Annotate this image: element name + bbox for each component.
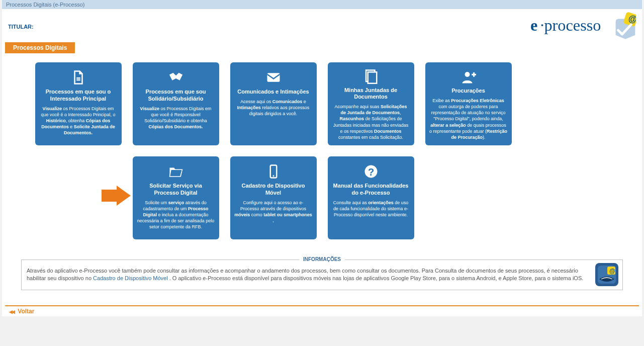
card-title: Cadastro de Dispositivo Móvel xyxy=(234,183,313,197)
svg-marker-12 xyxy=(102,186,131,206)
envelope-icon xyxy=(266,68,281,86)
card-title: Processos em que sou Solidário/Subsidiár… xyxy=(137,89,215,103)
card-title: Minhas Juntadas de Documentos xyxy=(332,87,410,101)
phone-icon xyxy=(266,162,281,181)
svg-rect-11 xyxy=(473,72,475,77)
highlight-arrow-icon xyxy=(102,186,131,206)
folder-open-icon xyxy=(168,162,183,181)
svg-rect-8 xyxy=(367,72,377,84)
app-badge-icon: @ xyxy=(595,263,618,286)
card-interessado-principal[interactable]: Processos em que sou o Interessado Princ… xyxy=(35,62,122,145)
svg-rect-4 xyxy=(76,77,80,79)
user-plus-icon xyxy=(461,68,476,85)
eprocesso-logo: e ·processo @ xyxy=(530,11,636,42)
svg-point-14 xyxy=(272,175,274,177)
handshake-icon xyxy=(168,68,183,86)
card-desc: Consulte aqui as orientações de uso de c… xyxy=(332,200,410,218)
card-cadastro-dispositivo-movel[interactable]: Cadastro de Dispositivo Móvel Configure … xyxy=(230,156,317,239)
document-icon xyxy=(71,68,86,86)
section-tab-processos-digitais: Processos Digitais xyxy=(5,42,75,53)
card-minhas-juntadas[interactable]: Minhas Juntadas de Documentos Acompanhe … xyxy=(328,62,414,145)
card-desc: Visualize os Processos Digitais em que v… xyxy=(39,106,118,136)
card-desc: Acompanhe aqui suas Solicitações de Junt… xyxy=(332,104,410,140)
titular-label: TITULAR: xyxy=(8,24,34,30)
card-title: Comunicados e Intimações xyxy=(237,89,309,96)
svg-text:?: ? xyxy=(367,166,374,178)
documents-stack-icon xyxy=(363,68,379,85)
card-procuracoes[interactable]: Procurações Exibe as Procurações Eletrôn… xyxy=(425,62,512,145)
svg-point-9 xyxy=(465,72,470,77)
svg-text:·processo: ·processo xyxy=(540,16,601,34)
svg-rect-5 xyxy=(76,79,80,81)
card-desc: Solicite um serviço através do cadastram… xyxy=(137,200,215,230)
back-label: Voltar xyxy=(18,308,34,315)
info-text-after: . O aplicativo e-Processo está disponíve… xyxy=(169,275,584,281)
info-box: INFORMAÇÕES Através do aplicativo e-Proc… xyxy=(21,260,623,290)
card-desc: Exibe as Procurações Eletrônicas com out… xyxy=(429,98,508,140)
card-title: Manual das Funcionalidades do e-Processo xyxy=(332,183,410,197)
back-arrow-icon: ◀◀ xyxy=(9,309,14,314)
breadcrumb: Processos Digitais (e-Processo) xyxy=(2,0,642,9)
svg-text:@: @ xyxy=(609,268,615,275)
card-comunicados-intimacoes[interactable]: Comunicados e Intimações Acesse aqui os … xyxy=(230,62,317,145)
card-title: Solicitar Serviço via Processo Digital xyxy=(137,183,215,197)
help-icon: ? xyxy=(363,162,379,181)
info-legend: INFORMAÇÕES xyxy=(299,256,345,263)
card-desc: Acesse aqui os Comunicados e Intimações … xyxy=(234,99,313,117)
card-desc: Configure aqui o acesso ao e-Processo at… xyxy=(234,200,313,224)
card-desc: Visualize os Processos Digitais em que v… xyxy=(137,106,215,130)
svg-rect-6 xyxy=(267,73,280,82)
back-button[interactable]: ◀◀ Voltar xyxy=(5,305,639,316)
info-link-cadastro-dispositivo[interactable]: Cadastro de Dispositivo Móvel xyxy=(93,275,168,281)
svg-text:e: e xyxy=(530,16,537,34)
card-title: Procurações xyxy=(451,88,485,95)
card-solicitar-servico[interactable]: Solicitar Serviço via Processo Digital S… xyxy=(133,156,219,239)
card-grid: Processos em que sou o Interessado Princ… xyxy=(11,62,633,239)
card-title: Processos em que sou o Interessado Princ… xyxy=(39,89,118,103)
card-manual-funcionalidades[interactable]: ? Manual das Funcionalidades do e-Proces… xyxy=(328,156,414,239)
card-solidario-subsidiario[interactable]: Processos em que sou Solidário/Subsidiár… xyxy=(133,62,219,145)
breadcrumb-link[interactable]: Processos Digitais (e-Processo) xyxy=(6,2,85,8)
svg-text:@: @ xyxy=(628,14,636,24)
